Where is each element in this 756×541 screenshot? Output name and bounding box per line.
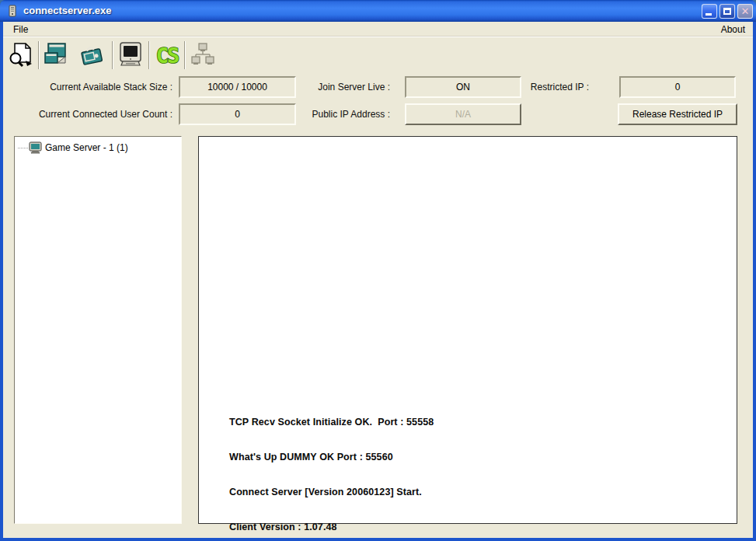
toolbar-separator bbox=[184, 41, 186, 69]
monitor-toolbar-button[interactable] bbox=[117, 40, 145, 70]
tree-item-label: Game Server - 1 (1) bbox=[45, 142, 128, 153]
toolbar-separator bbox=[112, 41, 113, 69]
client-area: File About bbox=[3, 22, 753, 538]
minimize-button[interactable] bbox=[702, 4, 717, 19]
toolbar-separator bbox=[148, 41, 150, 69]
log-line: TCP Recv Socket Initialize OK. Port : 55… bbox=[229, 417, 479, 428]
find-file-icon bbox=[7, 40, 35, 70]
svg-text:CS: CS bbox=[156, 44, 179, 68]
network-toolbar-button-disabled bbox=[189, 40, 217, 70]
close-button[interactable]: ✕ bbox=[737, 4, 753, 19]
menu-about[interactable]: About bbox=[718, 22, 748, 37]
server-log: TCP Recv Socket Initialize OK. Port : 55… bbox=[229, 393, 479, 541]
cs-logo-icon: CS bbox=[153, 40, 181, 70]
user-count-label: Current Connected User Count : bbox=[11, 103, 172, 125]
tree-branch-dots bbox=[18, 148, 28, 148]
maximize-icon bbox=[723, 8, 731, 15]
title-bar[interactable]: connectserver.exe ✕ bbox=[0, 0, 756, 22]
restricted-ip-label: Restricted IP : bbox=[500, 76, 589, 98]
window-title: connectserver.exe bbox=[23, 0, 111, 22]
minimize-icon bbox=[705, 13, 712, 16]
menu-file[interactable]: File bbox=[10, 22, 31, 37]
join-server-live-label: Join Server Live : bbox=[283, 76, 390, 98]
close-icon: ✕ bbox=[738, 5, 752, 18]
toolbar-separator bbox=[38, 41, 40, 69]
release-restricted-ip-button[interactable]: Release Restricted IP bbox=[618, 103, 737, 125]
log-line: Connect Server [Version 20060123] Start. bbox=[229, 487, 479, 498]
folders-icon bbox=[42, 40, 70, 70]
game-server-tree-panel[interactable]: Game Server - 1 (1) bbox=[14, 136, 182, 524]
maximize-button[interactable] bbox=[719, 4, 735, 19]
app-window: connectserver.exe ✕ File About bbox=[0, 0, 756, 541]
cs-toolbar-button[interactable]: CS bbox=[153, 40, 181, 70]
public-ip-label: Public IP Address : bbox=[283, 103, 390, 125]
log-line: What's Up DUMMY OK Port : 55560 bbox=[229, 452, 479, 463]
monitor-icon bbox=[117, 40, 145, 70]
user-count-value: 0 bbox=[179, 103, 296, 125]
briefcase-toolbar-button[interactable] bbox=[78, 40, 106, 70]
server-windows-toolbar-button[interactable] bbox=[42, 40, 70, 70]
stack-size-value: 10000 / 10000 bbox=[179, 76, 296, 98]
tree-item-game-server-1[interactable]: Game Server - 1 (1) bbox=[18, 141, 128, 155]
app-icon bbox=[6, 5, 19, 17]
menu-bar: File About bbox=[3, 22, 753, 37]
find-file-toolbar-button[interactable] bbox=[7, 40, 35, 70]
server-log-panel[interactable]: TCP Recv Socket Initialize OK. Port : 55… bbox=[198, 136, 737, 524]
log-line: Client Version : 1.07.48 bbox=[229, 522, 479, 533]
briefcase-icon bbox=[78, 40, 106, 70]
public-ip-button-disabled: N/A bbox=[405, 103, 521, 125]
network-icon bbox=[189, 40, 217, 70]
toolbar: CS bbox=[3, 37, 753, 73]
stack-size-label: Current Available Stack Size : bbox=[11, 76, 172, 98]
restricted-ip-value: 0 bbox=[619, 76, 736, 98]
computer-icon bbox=[29, 141, 42, 154]
